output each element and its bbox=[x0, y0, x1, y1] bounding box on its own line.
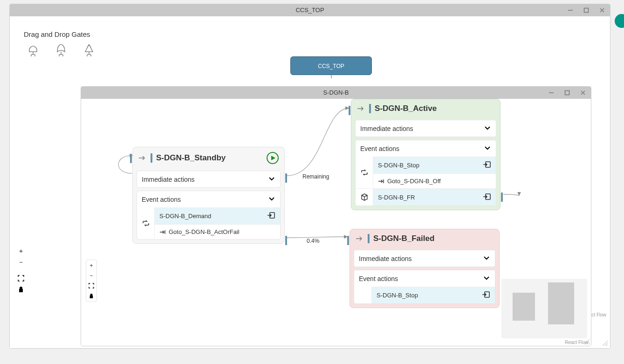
port-out[interactable] bbox=[501, 192, 503, 202]
svg-rect-1 bbox=[584, 8, 589, 13]
enter-icon bbox=[483, 193, 491, 202]
state-failed-title: S-DGN-B_Failed bbox=[373, 234, 434, 243]
outer-canvas[interactable]: Drag and Drop Gates ＋ － bbox=[10, 16, 610, 348]
state-node-failed[interactable]: S-DGN-B_Failed Immediate actions Event a… bbox=[350, 229, 500, 308]
edge-label-percent: 0.4% bbox=[307, 238, 319, 244]
swap-icon bbox=[356, 157, 373, 188]
inner-zoom-in-button[interactable]: ＋ bbox=[86, 260, 96, 270]
resize-handle-icon[interactable] bbox=[602, 340, 608, 346]
window-inner-maximize-button[interactable] bbox=[559, 87, 575, 99]
event-label: S-DGN-B_FR bbox=[378, 194, 415, 201]
chevron-down-icon bbox=[484, 124, 491, 133]
event-item[interactable]: S-DGN-B_Stop bbox=[372, 287, 495, 303]
chevron-down-icon bbox=[268, 195, 275, 204]
swap-icon bbox=[137, 207, 155, 239]
section-title: Immediate actions bbox=[359, 255, 412, 262]
chevron-down-icon bbox=[484, 144, 491, 153]
enter-icon bbox=[482, 291, 490, 300]
root-node-label: CCS_TOP bbox=[318, 63, 344, 69]
inner-zoom-out-button[interactable]: － bbox=[86, 270, 96, 281]
outer-zoom-controls: ＋ － bbox=[15, 246, 27, 295]
outer-zoom-in-button[interactable]: ＋ bbox=[15, 246, 27, 257]
outer-fit-view-button[interactable] bbox=[15, 273, 27, 284]
enter-icon bbox=[267, 212, 275, 220]
event-item[interactable]: S-DGN-B_FR bbox=[373, 189, 496, 206]
window-inner-close-button[interactable] bbox=[575, 87, 591, 99]
port-out-bottom[interactable] bbox=[285, 236, 287, 245]
failed-event-section[interactable]: Event actions S-DGN-B_Stop bbox=[354, 270, 495, 304]
resize-handle-icon[interactable] bbox=[583, 338, 590, 345]
window-outer-maximize-button[interactable] bbox=[578, 4, 594, 16]
root-node[interactable]: CCS_TOP bbox=[290, 56, 372, 75]
state-marker bbox=[368, 234, 370, 243]
window-outer: CCS_TOP Drag and Drop Gates bbox=[9, 4, 610, 349]
event-sub-item[interactable]: Goto_S-DGN-B_ActOrFail bbox=[155, 224, 280, 239]
standby-event-section[interactable]: Event actions S-DGN-B_Demand bbox=[137, 191, 281, 240]
active-immediate-section[interactable]: Immediate actions bbox=[355, 120, 496, 137]
failed-immediate-section[interactable]: Immediate actions bbox=[354, 250, 495, 267]
svg-rect-5 bbox=[565, 91, 569, 95]
play-icon[interactable] bbox=[267, 152, 279, 164]
section-title: Event actions bbox=[142, 196, 181, 203]
window-outer-titlebar[interactable]: CCS_TOP bbox=[10, 4, 610, 16]
state-marker bbox=[151, 153, 152, 163]
outer-lock-button[interactable] bbox=[15, 284, 27, 295]
event-label: S-DGN-B_Stop bbox=[378, 162, 419, 169]
port-in[interactable] bbox=[349, 106, 350, 115]
window-inner: S-DGN-B bbox=[81, 86, 591, 346]
section-title: Immediate actions bbox=[142, 176, 195, 183]
window-inner-title: S-DGN-B bbox=[323, 89, 349, 96]
chevron-down-icon bbox=[268, 175, 275, 184]
edge-label-remaining: Remaining bbox=[302, 173, 329, 180]
state-standby-title: S-DGN-B_Standby bbox=[156, 153, 226, 163]
event-sub-label: Goto_S-DGN-B_Off bbox=[387, 178, 441, 185]
inner-fit-view-button[interactable] bbox=[86, 281, 96, 291]
event-label: S-DGN-B_Demand bbox=[159, 213, 211, 220]
port-in[interactable] bbox=[347, 236, 349, 245]
gate-vote-icon[interactable] bbox=[82, 43, 96, 58]
minimap[interactable] bbox=[501, 279, 587, 338]
window-outer-title: CCS_TOP bbox=[295, 7, 324, 14]
gate-or-icon[interactable] bbox=[54, 43, 68, 58]
event-sub-item[interactable]: Goto_S-DGN-B_Off bbox=[373, 173, 496, 188]
state-active-title: S-DGN-B_Active bbox=[375, 104, 437, 113]
chevron-down-icon bbox=[483, 274, 490, 283]
state-marker bbox=[369, 104, 371, 113]
event-sub-label: Goto_S-DGN-B_ActOrFail bbox=[169, 228, 240, 235]
standby-immediate-section[interactable]: Immediate actions bbox=[137, 171, 281, 188]
palette-title: Drag and Drop Gates bbox=[24, 30, 90, 38]
window-outer-close-button[interactable] bbox=[594, 4, 610, 16]
outer-zoom-out-button[interactable]: － bbox=[15, 257, 27, 268]
state-node-active[interactable]: S-DGN-B_Active Immediate actions Event a… bbox=[351, 99, 501, 210]
event-item[interactable]: S-DGN-B_Demand bbox=[155, 207, 280, 224]
event-label: S-DGN-B_Stop bbox=[377, 292, 418, 299]
inner-canvas[interactable]: Remaining 0.4% S-DGN-B_Standby bbox=[81, 99, 591, 346]
enter-icon bbox=[483, 161, 491, 170]
gate-palette bbox=[26, 43, 96, 58]
port-out-top[interactable] bbox=[285, 173, 287, 183]
section-title: Event actions bbox=[360, 145, 399, 152]
active-event-section[interactable]: Event actions S-DGN-B_Stop bbox=[355, 140, 496, 206]
inner-zoom-controls: ＋ － bbox=[86, 260, 97, 302]
window-outer-minimize-button[interactable] bbox=[562, 4, 578, 16]
cube-icon bbox=[356, 189, 373, 206]
gate-and-icon[interactable] bbox=[26, 43, 40, 58]
side-accent bbox=[615, 14, 624, 28]
section-title: Immediate actions bbox=[360, 125, 413, 132]
section-title: Event actions bbox=[359, 275, 398, 282]
state-node-standby[interactable]: S-DGN-B_Standby Immediate actions Event bbox=[132, 147, 285, 244]
port-in[interactable] bbox=[130, 154, 132, 163]
window-inner-titlebar[interactable]: S-DGN-B bbox=[81, 87, 591, 99]
chevron-down-icon bbox=[483, 254, 490, 263]
event-item[interactable]: S-DGN-B_Stop bbox=[373, 157, 496, 173]
window-inner-minimize-button[interactable] bbox=[543, 87, 559, 99]
inner-lock-button[interactable] bbox=[86, 291, 96, 301]
